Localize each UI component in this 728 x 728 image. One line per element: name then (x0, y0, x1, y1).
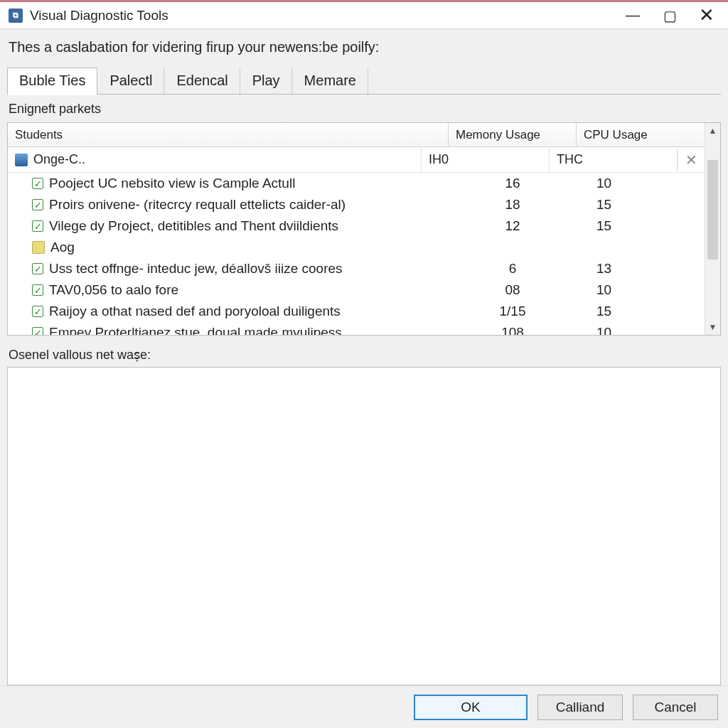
row-memory: 08 (449, 282, 577, 298)
row-name: Pooject UC nebsito view is Cample Actull (49, 176, 295, 191)
tab-strip: Buble Ties Palectl Edencal Play Memare (7, 67, 721, 95)
scroll-down-icon[interactable]: ▼ (705, 319, 720, 335)
checkbox-icon[interactable] (32, 178, 43, 189)
section-label: Enigneft parkets (9, 102, 721, 117)
top-row-name: Onge-C.. (33, 152, 85, 167)
row-memory: 6 (449, 261, 577, 277)
row-name-cell: Aog (8, 240, 449, 255)
row-cpu: 15 (577, 197, 705, 213)
calliand-button[interactable]: Calliand (537, 695, 623, 720)
table-row[interactable]: Raijoy a othat nased def and poryoloal d… (8, 301, 705, 322)
scroll-up-icon[interactable]: ▲ (705, 123, 720, 139)
window-title: Visual Diagnostic Tools (30, 8, 614, 23)
list-inner: Students Memony Usage CPU Usage Onge-C..… (8, 123, 705, 335)
document-icon (15, 154, 28, 166)
row-memory: 12 (449, 218, 577, 234)
tab-label: Memare (304, 73, 356, 88)
scroll-track[interactable] (705, 139, 720, 319)
checkbox-icon[interactable] (32, 263, 43, 274)
table-row[interactable]: Uss tect offnge- inteduc jew, déallovš i… (8, 258, 705, 279)
intro-text: Thes a caslabation for videring firup yo… (7, 39, 721, 55)
row-name-cell: Pooject UC nebsito view is Cample Actull (8, 176, 449, 191)
row-name: Proirs onivene- (ritecrcy requall etteli… (49, 197, 346, 213)
window-controls: — ▢ ✕ (614, 2, 725, 28)
row-name-cell: Uss tect offnge- inteduc jew, déallovš i… (8, 261, 449, 277)
scroll-thumb[interactable] (707, 160, 718, 259)
col-header-name[interactable]: Students (8, 123, 449, 146)
maximize-button[interactable]: ▢ (651, 2, 688, 28)
col-header-cpu[interactable]: CPU Usage (577, 123, 705, 146)
minimize-button[interactable]: — (614, 2, 651, 28)
row-name-cell: Proirs onivene- (ritecrcy requall etteli… (8, 197, 449, 213)
row-name: Empey Proterltianez stue, doual made mvu… (49, 325, 342, 335)
close-button[interactable]: ✕ (688, 2, 725, 28)
row-memory: 16 (449, 176, 577, 191)
cancel-button[interactable]: Cancel (633, 695, 718, 720)
row-memory: 18 (449, 197, 577, 213)
process-list: Students Memony Usage CPU Usage Onge-C..… (7, 122, 721, 336)
checkbox-icon[interactable] (32, 327, 43, 335)
col-header-memory[interactable]: Memony Usage (449, 123, 577, 146)
top-row-name-cell: Onge-C.. (8, 147, 422, 172)
vertical-scrollbar[interactable]: ▲ ▼ (705, 123, 720, 335)
tab-label: Edencal (176, 73, 228, 88)
checkbox-icon[interactable] (32, 306, 43, 317)
table-row[interactable]: Empey Proterltianez stue, doual made mvu… (8, 322, 705, 335)
clear-icon[interactable]: ✕ (678, 151, 705, 168)
tab-label: Play (252, 73, 280, 88)
button-bar: OK Calliand Cancel (0, 685, 728, 728)
tab-label: Buble Ties (19, 73, 85, 88)
tab-palectl[interactable]: Palectl (97, 68, 164, 95)
row-name: Aog (50, 240, 75, 255)
list-rows: Pooject UC nebsito view is Cample Actull… (8, 173, 705, 335)
table-row[interactable]: Aog (8, 237, 705, 258)
row-memory: 108 (449, 325, 577, 335)
checkbox-icon[interactable] (32, 199, 43, 210)
dialog-content: Thes a caslabation for videring firup yo… (0, 29, 728, 685)
description-label: Osenel vallous net waṣe: (9, 347, 721, 363)
row-name: Raijoy a othat nased def and poryoloal d… (49, 304, 341, 319)
tab-memare[interactable]: Memare (292, 68, 368, 95)
list-header: Students Memony Usage CPU Usage (8, 123, 705, 147)
row-name-cell: Raijoy a othat nased def and poryoloal d… (8, 304, 449, 319)
checkbox-icon[interactable] (32, 220, 43, 232)
table-row[interactable]: TAV0,056 to aalo fore0810 (8, 279, 705, 301)
checkbox-icon[interactable] (32, 284, 43, 296)
app-icon: ⧉ (9, 9, 23, 23)
group-icon (32, 241, 45, 254)
top-row-memory: IH0 (422, 147, 550, 172)
row-name-cell: TAV0,056 to aalo fore (8, 282, 449, 298)
row-cpu: 15 (577, 304, 705, 319)
ok-button[interactable]: OK (414, 695, 528, 720)
list-top-row[interactable]: Onge-C.. IH0 THC ✕ (8, 147, 705, 173)
row-name-cell: Vilege dy Project, detitibles and Thent … (8, 218, 449, 234)
row-name: TAV0,056 to aalo fore (49, 282, 178, 298)
row-name: Uss tect offnge- inteduc jew, déallovš i… (49, 261, 343, 277)
tab-buble-ties[interactable]: Buble Ties (7, 68, 97, 95)
top-row-cpu: THC (550, 147, 678, 172)
tab-play[interactable]: Play (240, 68, 292, 95)
table-row[interactable]: Pooject UC nebsito view is Cample Actull… (8, 173, 705, 194)
row-cpu: 13 (577, 261, 705, 277)
tab-edencal[interactable]: Edencal (164, 68, 240, 95)
description-box[interactable] (7, 367, 721, 685)
row-cpu: 10 (577, 282, 705, 298)
titlebar: ⧉ Visual Diagnostic Tools — ▢ ✕ (0, 2, 728, 29)
table-row[interactable]: Proirs onivene- (ritecrcy requall etteli… (8, 194, 705, 215)
row-cpu: 10 (577, 325, 705, 335)
row-memory: 1/15 (449, 304, 577, 319)
row-cpu: 10 (577, 176, 705, 191)
table-row[interactable]: Vilege dy Project, detitibles and Thent … (8, 215, 705, 237)
tab-label: Palectl (109, 73, 152, 88)
row-cpu: 15 (577, 218, 705, 234)
row-name: Vilege dy Project, detitibles and Thent … (49, 218, 338, 234)
row-name-cell: Empey Proterltianez stue, doual made mvu… (8, 325, 449, 335)
